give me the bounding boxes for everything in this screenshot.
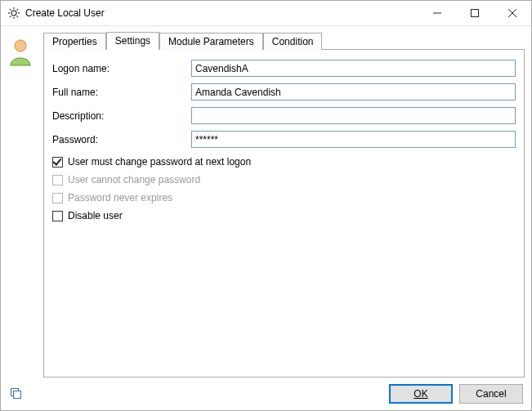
check-label: User cannot change password (68, 174, 200, 185)
title-bar: Create Local User (1, 1, 531, 26)
stack-icon[interactable] (9, 386, 24, 401)
label-logon-name: Logon name: (52, 63, 191, 74)
svg-point-13 (15, 40, 26, 51)
svg-line-6 (17, 16, 19, 18)
input-password[interactable] (191, 131, 516, 148)
window-title: Create Local User (25, 7, 418, 19)
ok-label: OK (414, 388, 427, 400)
checkbox-icon (52, 211, 63, 221)
check-label: Disable user (68, 210, 123, 221)
check-label: Password never expires (68, 192, 172, 203)
label-description: Description: (52, 110, 191, 122)
gear-icon (7, 7, 20, 20)
dialog-body: Properties Settings Module Parameters Co… (1, 26, 531, 377)
input-logon-name[interactable] (191, 60, 516, 77)
checkbox-icon (52, 175, 63, 185)
row-description: Description: (52, 107, 516, 124)
label-full-name: Full name: (52, 87, 191, 98)
svg-point-0 (11, 11, 16, 16)
settings-panel: Logon name: Full name: Description: Pass… (43, 49, 525, 377)
input-full-name[interactable] (191, 83, 516, 101)
row-logon-name: Logon name: (52, 60, 516, 77)
check-disable-user[interactable]: Disable user (52, 210, 516, 221)
svg-rect-15 (14, 391, 21, 399)
row-password: Password: (52, 131, 516, 148)
checkbox-icon (52, 193, 63, 203)
minimize-button[interactable] (418, 1, 456, 25)
cancel-button[interactable]: Cancel (459, 384, 523, 404)
main-column: Properties Settings Module Parameters Co… (43, 31, 525, 377)
cancel-label: Cancel (476, 388, 506, 400)
tab-condition[interactable]: Condition (263, 33, 323, 50)
checkbox-icon (52, 157, 63, 168)
close-button[interactable] (494, 1, 531, 25)
dialog-window: Create Local User (0, 0, 532, 411)
tab-properties[interactable]: Properties (43, 33, 106, 50)
row-full-name: Full name: (52, 83, 516, 101)
ok-button[interactable]: OK (389, 384, 453, 404)
dialog-footer: OK Cancel (1, 377, 531, 410)
svg-line-5 (10, 9, 11, 11)
check-must-change[interactable]: User must change password at next logon (52, 156, 516, 168)
window-controls (418, 1, 531, 25)
user-icon-column (7, 31, 37, 377)
check-label: User must change password at next logon (68, 156, 251, 168)
check-cannot-change: User cannot change password (52, 174, 516, 185)
svg-line-8 (17, 9, 19, 11)
user-icon (7, 58, 34, 69)
tab-settings[interactable]: Settings (106, 32, 159, 50)
tab-strip: Properties Settings Module Parameters Co… (43, 31, 525, 49)
tab-module-parameters[interactable]: Module Parameters (159, 33, 263, 50)
maximize-button[interactable] (456, 1, 494, 25)
label-password: Password: (52, 134, 191, 145)
check-never-expires: Password never expires (52, 192, 516, 203)
svg-line-7 (10, 16, 11, 18)
svg-rect-10 (472, 10, 479, 17)
input-description[interactable] (191, 107, 516, 124)
